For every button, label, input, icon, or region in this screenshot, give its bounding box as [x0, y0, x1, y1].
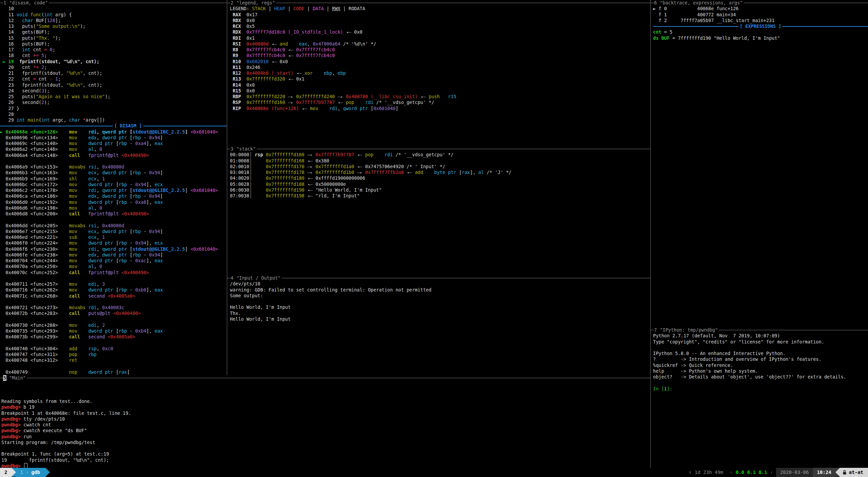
session-name[interactable]: 2	[0, 468, 12, 477]
terminal-line: /dev/pts/10	[230, 281, 650, 287]
program-output-content: /dev/pts/10warning: GDB: Failed to set c…	[227, 281, 650, 322]
pane-ipython[interactable]: 7"IPython: tmp/pwndbg" Python 2.7.17 (de…	[651, 327, 868, 468]
terminal-line	[1, 381, 650, 387]
terminal-line	[1, 387, 650, 393]
tmux-status-bar: 2 1›gdb ↑1d 23h 49m ‹ 0.0 0.1 0.1 ‹ 2020…	[0, 468, 868, 477]
tmux-terminal: 1"disasm, code" 10 11 void func(int arg)…	[0, 0, 868, 477]
terminal-line: 25 puts("Again as it was so nice");	[0, 94, 227, 100]
hostname: at-at	[849, 470, 863, 475]
terminal-line	[1, 393, 650, 399]
ipython-content[interactable]: Python 2.7.17 (default, Nov 7 2019, 10:0…	[651, 333, 868, 392]
window-tab-gdb[interactable]: 1›gdb	[16, 468, 45, 477]
uptime-value: 1d 23h 49m	[695, 470, 723, 475]
pane-legend-regs[interactable]: 2"legend, regs" LEGEND: STACK | HEAP | C…	[227, 0, 650, 146]
terminal-line: %quickref -> Quick reference.	[653, 363, 868, 368]
stack-content: 00:0000│ rsp 0x7fffffffd160 —▸ 0x7ffff7b…	[227, 152, 650, 199]
terminal-line: 19 fprintf(stdout, "%d\n", cnt);	[1, 457, 650, 463]
border-line	[227, 278, 230, 278]
terminal-line: RAX 0x17	[230, 12, 650, 18]
terminal-line: 24 second(3);	[0, 88, 227, 94]
pane-number: 4	[230, 275, 234, 281]
terminal-line: 0x4006d6 <func+198> mov al, 0	[0, 205, 227, 211]
pane-title-regs: 2"legend, regs"	[227, 0, 650, 6]
terminal-line: 14 gets(BUF);	[0, 29, 227, 35]
terminal-line	[230, 299, 650, 304]
terminal-line: 0x4006b3 <func+163> mov ecx, dword ptr […	[0, 170, 227, 176]
pane-title-ipython: 7"IPython: tmp/pwndbg"	[651, 327, 868, 333]
pane-name: "legend, regs"	[236, 0, 275, 6]
pane-name: "IPython: tmp/pwndbg"	[660, 327, 718, 333]
terminal-line: help -> Python's own help system.	[653, 368, 868, 374]
terminal-line: 0x4006a4 <func+148> call fprintf@plt <0x…	[0, 153, 227, 158]
window-name: gdb	[31, 470, 44, 475]
lock-icon	[843, 470, 847, 475]
terminal-line: 0x400696 <func+134> mov edx, dword ptr […	[0, 135, 227, 141]
terminal-line: 0x4006a2 <func+146> mov al, 0	[0, 146, 227, 152]
terminal-line: 0x400716 <func+262> mov dword ptr [rbp -…	[0, 287, 227, 293]
border-line	[227, 3, 230, 3]
pane-name: "Main"	[9, 375, 26, 381]
pane-separator-vertical[interactable]	[227, 0, 227, 375]
hostname-badge: at-at	[840, 468, 868, 477]
pane-backtrace-expressions[interactable]: 6"backtrace, expressions, args" ► f 0 40…	[651, 0, 868, 327]
pane-title-main: 5"Main"	[0, 375, 650, 381]
pane-stack[interactable]: 3"stack" 00:0000│ rsp 0x7fffffffd160 —▸ …	[227, 146, 650, 275]
terminal-line: 28	[0, 111, 227, 117]
terminal-line: 15 puts("Thx. ");	[0, 35, 227, 41]
terminal-line: 0x400749 nop dword ptr [rax]	[0, 369, 227, 375]
pane-title-disasm: 1"disasm, code"	[0, 0, 227, 6]
terminal-line: 20 cnt *= 2;	[0, 65, 227, 70]
pane-number: 6	[654, 0, 657, 6]
terminal-line: 11 void func(int arg) {	[0, 12, 227, 18]
terminal-line	[0, 158, 227, 164]
pane-main-gdb[interactable]: 5"Main" Reading symbols from test...done…	[0, 375, 650, 468]
terminal-line: pwndbg> tty /dev/pts/10	[1, 416, 650, 422]
terminal-line: 29 int main(int argc, char *argv[])	[0, 117, 227, 123]
up-arrow-icon: ↑	[689, 470, 691, 475]
terminal-line: Breakpoint 1 at 0x40068e: file test.c, l…	[1, 410, 650, 416]
border-line	[282, 278, 650, 278]
section-divider: [ EXPRESSIONS ]	[653, 23, 868, 29]
terminal-line: f 1 400772 main+34	[653, 12, 868, 18]
pane-number: 7	[654, 327, 657, 333]
terminal-line: Some output:	[230, 293, 650, 299]
pane-number: 2	[230, 0, 234, 6]
pane-number-active: 5	[3, 375, 6, 381]
terminal-line: In [1]:	[653, 386, 868, 392]
terminal-line: f 2 7ffff7a05b97 __libc_start_main+231	[653, 18, 868, 23]
terminal-line: 10	[0, 6, 227, 12]
gdb-console-content[interactable]: Reading symbols from test...done.pwndbg>…	[0, 381, 650, 468]
terminal-line: 0x400704 <func+244> mov dword ptr [rbp -…	[0, 258, 227, 264]
terminal-line: 18 cnt += 5;	[0, 53, 227, 58]
terminal-line: IPython 5.8.0 -- An enhanced Interactive…	[653, 351, 868, 356]
terminal-line: 0x400735 <func+293> mov dword ptr [rbp -…	[0, 328, 227, 334]
pane-name: "backtrace, expressions, args"	[660, 0, 743, 6]
terminal-line: 01:0008│ 0x7fffffffd168 ◂— 0x380	[230, 158, 650, 164]
pane-title-io: 4"Input / Output"	[227, 275, 650, 281]
terminal-line: pwndbg>	[1, 463, 650, 468]
section-divider: [ DISASM ]	[0, 123, 227, 129]
border-line	[0, 3, 3, 3]
terminal-line	[0, 299, 227, 305]
terminal-line: 0x400730 <func+288> mov edi, 2	[0, 322, 227, 328]
pane-input-output[interactable]: 4"Input / Output" /dev/pts/10warning: GD…	[227, 275, 650, 375]
pane-separator-vertical[interactable]	[650, 0, 651, 468]
window-index: 1	[17, 470, 25, 475]
date-display: 2020-03-06	[776, 468, 813, 477]
terminal-line: 0x4006ed <func+221> sub ecx, 1	[0, 234, 227, 240]
pane-disasm-code[interactable]: 1"disasm, code" 10 11 void func(int arg)…	[0, 0, 227, 375]
terminal-line: 0x4006d0 <func+192> mov dword ptr [rbp -…	[0, 199, 227, 205]
terminal-line: 0x4006e7 <func+215> mov ecx, dword ptr […	[0, 229, 227, 234]
terminal-line: 0x4006a9 <func+153> movabs rsi, 0x40080d	[0, 164, 227, 170]
terminal-line: Starting program: /tmp/pwndbg/test	[1, 440, 650, 445]
border-line	[257, 149, 650, 149]
terminal-line: 16 puts(BUF);	[0, 41, 227, 47]
terminal-line: pwndbg> cwatch execute "ds BUF"	[1, 428, 650, 434]
terminal-line: 0x400711 <func+257> mov edi, 3	[0, 281, 227, 287]
terminal-line: 27 }	[0, 106, 227, 111]
terminal-line: 0x400748 <func+312> ret	[0, 357, 227, 363]
terminal-line: R14 0x0	[230, 82, 650, 88]
terminal-line	[0, 364, 227, 369]
pane-name: "Input / Output"	[236, 275, 281, 281]
uptime-indicator: ↑1d 23h 49m	[685, 468, 727, 477]
